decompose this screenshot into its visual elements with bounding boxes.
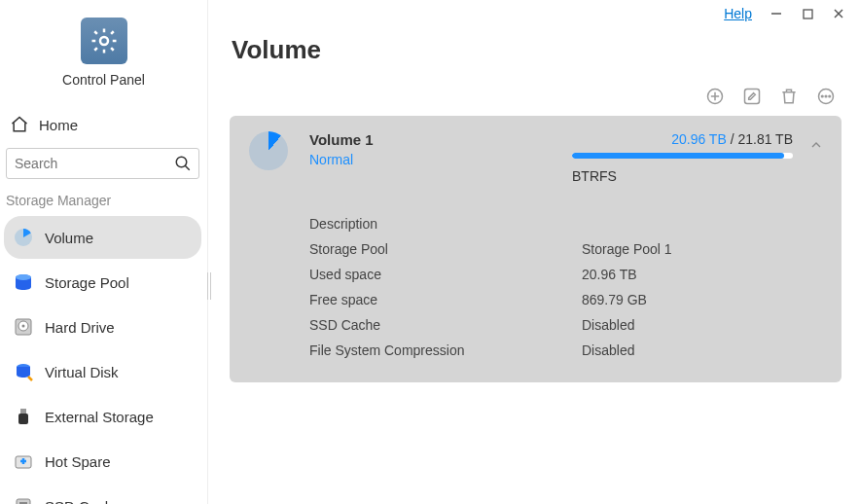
edit-button[interactable]	[742, 87, 762, 106]
toolbar	[230, 87, 841, 116]
nav-hard-drive[interactable]: Hard Drive	[4, 306, 201, 348]
svg-rect-23	[745, 90, 760, 104]
delete-button[interactable]	[779, 87, 799, 106]
detail-row: Description	[309, 211, 822, 236]
nav-hot-spare[interactable]: Hot Spare	[4, 440, 201, 483]
help-link[interactable]: Help	[724, 6, 752, 21]
detail-label: Description	[309, 216, 582, 232]
svg-line-6	[185, 165, 190, 170]
nav-label: External Storage	[45, 409, 154, 425]
add-button[interactable]	[705, 87, 725, 106]
nav-label: Volume	[45, 230, 93, 246]
detail-row: Storage Pool Storage Pool 1	[309, 236, 822, 262]
detail-row: Free space 869.79 GB	[309, 287, 822, 312]
detail-value: 869.79 GB	[582, 292, 647, 307]
maximize-button[interactable]	[801, 7, 814, 20]
svg-point-25	[821, 95, 823, 97]
capacity-sep: /	[727, 131, 738, 147]
ssd-cache-icon	[14, 496, 33, 504]
hot-spare-icon	[14, 451, 33, 471]
svg-point-26	[825, 95, 827, 97]
svg-rect-14	[20, 409, 26, 414]
home-link[interactable]: Home	[0, 97, 207, 148]
capacity-used: 20.96 TB	[671, 131, 727, 147]
nav-label: Hot Spare	[45, 453, 111, 470]
svg-point-27	[829, 95, 831, 97]
usage-pie-icon	[249, 131, 288, 170]
detail-row: Used space 20.96 TB	[309, 262, 822, 287]
capacity-total: 21.81 TB	[737, 131, 793, 147]
nav-external-storage[interactable]: External Storage	[4, 395, 201, 438]
main-content: Volume Volume 1 Normal	[208, 0, 859, 504]
nav-label: SSD Cache	[45, 498, 121, 505]
nav-label: Hard Drive	[45, 319, 115, 336]
volume-icon	[14, 228, 33, 247]
nav-volume[interactable]: Volume	[4, 216, 201, 259]
nav-list: Volume Storage Pool Hard Drive Virtual D…	[0, 216, 207, 504]
svg-point-9	[16, 274, 31, 280]
home-label: Home	[39, 117, 78, 133]
detail-label: File System Compression	[309, 342, 582, 358]
detail-value: Disabled	[582, 342, 634, 358]
minimize-button[interactable]	[770, 7, 783, 20]
collapse-toggle[interactable]	[808, 137, 824, 156]
virtual-disk-icon	[14, 362, 33, 381]
sidebar: Control Panel Home Storage Manager Volum…	[0, 0, 208, 504]
capacity-bar	[572, 153, 793, 159]
svg-rect-1	[804, 10, 812, 18]
filesystem-label: BTRFS	[572, 168, 822, 184]
storage-pool-icon	[14, 272, 33, 292]
volume-name: Volume 1	[309, 131, 572, 148]
app-title: Control Panel	[62, 72, 145, 88]
page-title: Volume	[232, 35, 841, 65]
detail-label: Free space	[309, 292, 582, 307]
nav-ssd-cache[interactable]: SSD Cache	[4, 485, 201, 504]
section-label: Storage Manager	[0, 193, 207, 216]
detail-label: Used space	[309, 267, 582, 282]
nav-virtual-disk[interactable]: Virtual Disk	[4, 350, 201, 393]
volume-card: Volume 1 Normal 20.96 TB / 21.81 TB BTRF…	[230, 116, 841, 382]
svg-point-4	[100, 37, 108, 45]
search-input[interactable]	[6, 148, 199, 179]
detail-value: Disabled	[582, 317, 634, 333]
external-storage-icon	[14, 407, 33, 426]
svg-point-12	[22, 325, 25, 328]
svg-rect-15	[18, 414, 28, 424]
detail-value: Storage Pool 1	[582, 241, 672, 257]
svg-point-5	[176, 157, 187, 167]
control-panel-icon	[81, 18, 127, 64]
search-icon	[174, 155, 192, 175]
detail-label: SSD Cache	[309, 317, 582, 333]
home-icon	[10, 115, 29, 134]
hard-drive-icon	[14, 317, 33, 337]
close-button[interactable]	[832, 7, 845, 20]
detail-row: SSD Cache Disabled	[309, 312, 822, 338]
sidebar-resize-handle[interactable]	[207, 272, 211, 300]
nav-storage-pool[interactable]: Storage Pool	[4, 261, 201, 304]
more-button[interactable]	[816, 87, 836, 106]
nav-label: Virtual Disk	[45, 364, 119, 380]
detail-value: 20.96 TB	[582, 267, 637, 282]
volume-status[interactable]: Normal	[309, 152, 572, 167]
capacity-text: 20.96 TB / 21.81 TB	[572, 131, 822, 147]
nav-label: Storage Pool	[45, 274, 129, 291]
capacity-bar-fill	[572, 153, 784, 159]
volume-details: Description Storage Pool Storage Pool 1 …	[309, 211, 822, 363]
detail-row: File System Compression Disabled	[309, 338, 822, 363]
detail-label: Storage Pool	[309, 241, 582, 257]
